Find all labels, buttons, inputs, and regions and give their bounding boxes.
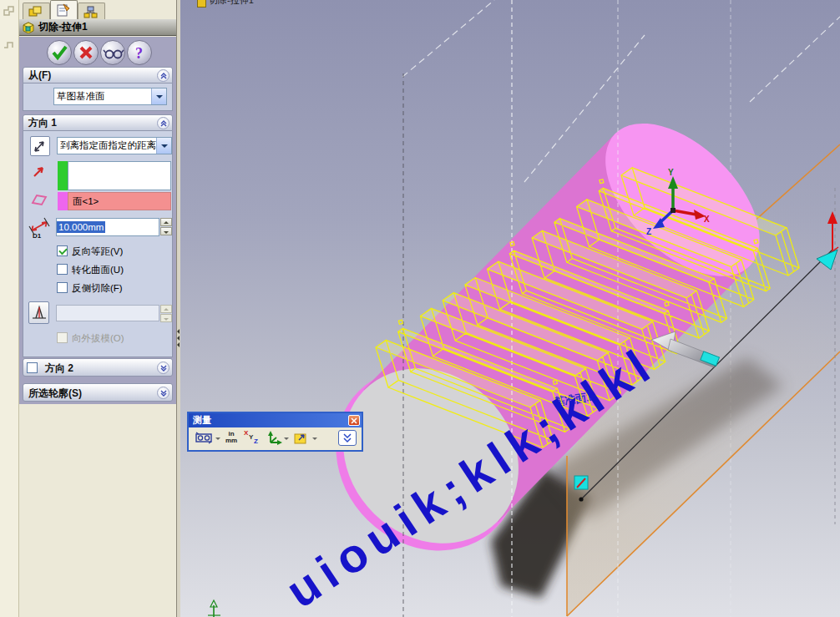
start-condition-combo[interactable]: 草图基准面 bbox=[53, 88, 167, 105]
draft-angle-stepper bbox=[160, 305, 172, 323]
close-icon[interactable] bbox=[348, 415, 360, 426]
section-selected-contours: 所选轮廓(S) bbox=[23, 383, 173, 402]
svg-text:D1: D1 bbox=[33, 232, 42, 239]
reverse-direction-button[interactable] bbox=[30, 136, 50, 156]
spin-down-icon bbox=[160, 314, 172, 322]
export-button[interactable] bbox=[294, 431, 309, 445]
draft-angle-input bbox=[56, 305, 159, 321]
expand-toolbar-button[interactable] bbox=[338, 430, 357, 446]
flyout-tree-peek[interactable]: 切除-拉伸1 bbox=[197, 0, 289, 8]
spin-up-icon[interactable] bbox=[160, 218, 172, 226]
coordinate-system-button[interactable] bbox=[266, 431, 282, 447]
direction-reference-box[interactable] bbox=[68, 161, 171, 190]
collapse-direction1-button[interactable] bbox=[157, 117, 170, 129]
start-condition-value: 草图基准面 bbox=[57, 90, 151, 103]
svg-text:?: ? bbox=[135, 45, 143, 62]
collapse-from-button[interactable] bbox=[157, 69, 170, 82]
feature-label: 切除-拉伸1 bbox=[209, 0, 254, 7]
active-selection-indicator bbox=[58, 161, 68, 190]
tab-configuration-manager[interactable] bbox=[78, 3, 105, 20]
sketch-tool-icon[interactable] bbox=[3, 38, 16, 52]
xyz-x: X bbox=[244, 429, 248, 437]
face-reference-icon bbox=[30, 193, 48, 206]
help-button[interactable]: ? bbox=[127, 40, 152, 65]
panel-body: ? 从(F) 草图基准面 方向 1 bbox=[19, 37, 176, 404]
ok-button[interactable] bbox=[47, 40, 72, 65]
section-from-body: 草图基准面 bbox=[23, 83, 173, 111]
draft-button[interactable] bbox=[28, 301, 49, 324]
units-mm: mm bbox=[223, 437, 240, 444]
section-direction2: 方向 2 bbox=[23, 358, 173, 377]
xyz-button[interactable]: X Y Z bbox=[244, 431, 261, 446]
spin-down-icon[interactable] bbox=[160, 227, 172, 235]
sketch-tool-icon[interactable] bbox=[3, 5, 16, 18]
section-from: 从(F) bbox=[23, 67, 173, 83]
cut-extrude-icon bbox=[22, 21, 35, 33]
left-toolbar bbox=[0, 0, 19, 617]
measure-title-bar[interactable]: 测量 bbox=[189, 413, 362, 427]
draft-outward-label: 向外拔模(O) bbox=[72, 332, 124, 345]
direction2-checkbox[interactable] bbox=[27, 362, 38, 373]
feature-title-bar: 切除-拉伸1 bbox=[19, 19, 176, 36]
chevron-down-icon[interactable] bbox=[156, 138, 171, 154]
chevron-down-icon[interactable] bbox=[151, 89, 166, 104]
solidworks-window: 切除-拉伸1 ? 从(F) bbox=[0, 0, 840, 617]
chevron-down-icon[interactable] bbox=[215, 437, 220, 443]
panel-tabbar bbox=[19, 0, 176, 19]
flip-side-checkbox[interactable] bbox=[57, 282, 68, 293]
triad-z-label: Z bbox=[646, 227, 651, 236]
scene: 基准面1 uiouik;klk;klkl bbox=[180, 0, 840, 617]
measure-dialog: 测量 in mm X Y Z bbox=[187, 412, 363, 452]
depth-input[interactable]: 10.000mm bbox=[56, 218, 159, 236]
flip-side-label: 反侧切除(F) bbox=[72, 282, 123, 295]
panel-empty-area bbox=[19, 404, 176, 617]
origin-marker bbox=[208, 600, 220, 617]
reverse-offset-label: 反向等距(V) bbox=[72, 245, 123, 258]
face-reference-value: 面<1> bbox=[73, 196, 99, 206]
panel-title: 切除-拉伸1 bbox=[38, 20, 88, 34]
draft-outward-checkbox bbox=[57, 332, 68, 343]
xyz-z: Z bbox=[254, 437, 258, 445]
expand-direction2-button[interactable] bbox=[157, 362, 170, 374]
calipers-button[interactable] bbox=[195, 431, 213, 446]
chevron-down-icon[interactable] bbox=[284, 437, 289, 443]
translate-surface-label: 转化曲面(U) bbox=[72, 264, 124, 276]
section-from-label: 从(F) bbox=[28, 69, 51, 81]
triad-x-label: X bbox=[704, 215, 710, 224]
section-direction1-body: 到离指定面指定的距离 面<1> bbox=[23, 131, 173, 357]
face-selection-indicator bbox=[58, 192, 68, 210]
reverse-offset-checkbox[interactable] bbox=[57, 245, 68, 256]
tab-feature-manager[interactable] bbox=[23, 3, 50, 20]
measure-toolbar: in mm X Y Z bbox=[189, 427, 362, 450]
end-condition-combo[interactable]: 到离指定面指定的距离 bbox=[57, 137, 172, 154]
detailed-preview-button[interactable] bbox=[100, 40, 125, 65]
section-direction2-label: 方向 2 bbox=[45, 361, 73, 376]
measure-title: 测量 bbox=[193, 415, 211, 425]
spin-up-icon bbox=[160, 305, 172, 313]
feature-icon bbox=[197, 0, 206, 8]
plane-handle[interactable] bbox=[574, 476, 588, 489]
section-direction1-label: 方向 1 bbox=[28, 117, 57, 129]
translate-surface-checkbox[interactable] bbox=[57, 264, 68, 275]
depth-stepper[interactable] bbox=[160, 218, 172, 236]
chevron-down-icon[interactable] bbox=[312, 437, 317, 443]
section-direction1: 方向 1 bbox=[23, 114, 173, 131]
expand-contours-button[interactable] bbox=[157, 387, 170, 399]
section-selected-contours-label: 所选轮廓(S) bbox=[28, 386, 82, 401]
cancel-button[interactable] bbox=[73, 40, 99, 65]
depth-value: 10.000mm bbox=[57, 221, 105, 233]
end-condition-value: 到离指定面指定的距离 bbox=[60, 139, 156, 152]
face-reference-box[interactable]: 面<1> bbox=[68, 192, 171, 210]
direction-reference-icon bbox=[32, 164, 47, 179]
xyz-y: Y bbox=[249, 433, 253, 441]
triad-y-label: Y bbox=[668, 168, 674, 177]
sketch-point[interactable] bbox=[579, 497, 583, 501]
depth-dimension-icon: D1 bbox=[27, 215, 53, 239]
tab-property-manager[interactable] bbox=[50, 0, 78, 20]
property-manager-panel: 切除-拉伸1 ? 从(F) bbox=[19, 0, 176, 617]
graphics-viewport[interactable]: 基准面1 uiouik;klk;klkl bbox=[180, 0, 840, 617]
units-button[interactable]: in mm bbox=[223, 431, 240, 444]
